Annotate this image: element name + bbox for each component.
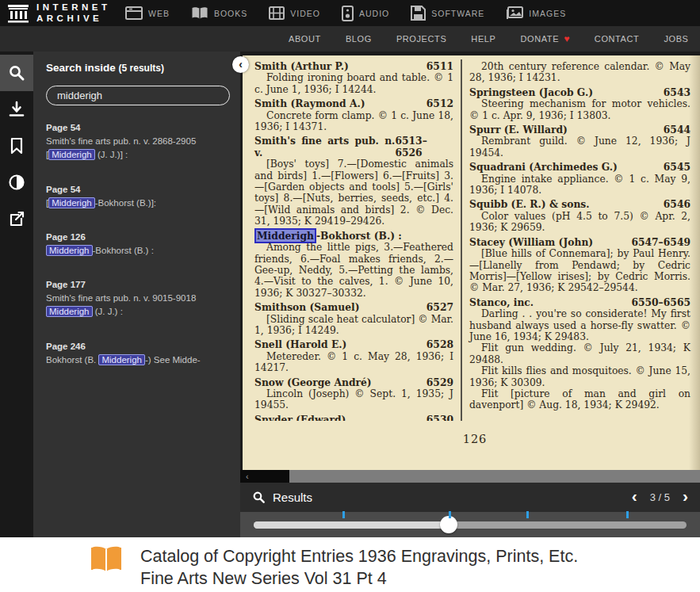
nav-link-blog[interactable]: BLOG <box>346 34 372 44</box>
results-count: (5 results) <box>119 63 164 74</box>
entry-number: 6513–6526 <box>395 136 453 159</box>
page-number: 126 <box>250 433 700 445</box>
catalog-entry: Smith's fine arts pub. n. v.6513–6526[Bo… <box>254 136 453 227</box>
nav-link-projects[interactable]: PROJECTS <box>396 34 446 44</box>
nav-link-donate[interactable]: DONATE♥ <box>521 33 570 44</box>
contrast-tool-button[interactable] <box>0 164 33 201</box>
media-nav-web[interactable]: WEB <box>125 6 170 20</box>
chevron-left-icon: ‹ <box>246 472 249 481</box>
result-page-label: Page 126 <box>46 232 232 242</box>
media-nav-books[interactable]: BOOKS <box>191 6 247 20</box>
catalog-entry: Smithson (Samuel)6527[Sliding scale heat… <box>254 302 453 336</box>
collapse-panel-button[interactable]: ‹ <box>232 56 249 73</box>
entry-name: Smith's fine arts pub. n. v. <box>254 136 395 159</box>
entry-name: Stacey (William (John) <box>469 237 593 248</box>
entry-text: Folding ironing board and table. © 1 c. … <box>254 72 453 95</box>
entry-heading: Snyder (Edward)6530 <box>254 414 453 421</box>
nav-link-jobs[interactable]: JOBS <box>664 34 688 44</box>
match-highlight: Midderigh <box>98 354 145 365</box>
panel-title: Search inside (5 results) <box>46 62 232 74</box>
web-icon <box>125 6 143 20</box>
nav-link-help[interactable]: HELP <box>471 34 495 44</box>
entry-number: 6550–6565 <box>631 297 690 308</box>
bookmark-icon <box>9 137 25 155</box>
search-result-item[interactable]: Page 177Smith's fine arts pub. n. v. 901… <box>46 280 232 319</box>
search-results-list: Page 54Smith's fine arts pub. n. v. 2868… <box>46 123 232 367</box>
entry-name: Squadrani (Archimedes G.) <box>469 162 618 173</box>
entry-heading: Smith (Raymond A.)6512 <box>254 98 453 109</box>
search-input[interactable] <box>46 86 230 105</box>
tool-rail <box>0 52 33 537</box>
media-nav-label: IMAGES <box>529 9 566 18</box>
result-page-label: Page 177 <box>46 280 232 289</box>
entry-name: Midderigh-Bokhorst (B.) : <box>254 231 402 242</box>
entry-number: 6527 <box>427 302 453 313</box>
entry-heading: Stanco, inc.6550–6565 <box>469 297 690 308</box>
share-tool-button[interactable] <box>0 201 33 237</box>
horizontal-scrollbar[interactable]: ‹ <box>240 470 700 483</box>
search-tool-button[interactable] <box>0 55 33 91</box>
entry-heading: Snell (Harold E.)6528 <box>254 339 453 350</box>
search-result-item[interactable]: Page 126Midderigh-Bokhorst (B.) : <box>46 232 232 258</box>
result-page-label: Page 54 <box>46 123 232 132</box>
nav-link-label: HELP <box>471 34 495 44</box>
entry-text: Steering mechanism for motor vehicles. ©… <box>469 98 690 121</box>
result-page-tick <box>342 511 345 518</box>
entry-name: Smithson (Samuel) <box>254 302 359 313</box>
entry-name: Snow (George André) <box>254 377 372 388</box>
book-page: Smith (Arthur P.)6511Folding ironing boa… <box>240 52 700 470</box>
entry-text: [Boys' toys] 7.—[Domestic animals and bi… <box>254 159 453 227</box>
page-slider-thumb[interactable] <box>440 516 457 533</box>
page-columns: Smith (Arthur P.)6511Folding ironing boa… <box>250 59 700 421</box>
horizontal-scrollbar-thumb[interactable]: ‹ <box>240 470 289 483</box>
catalog-entry: Stanco, inc.6550–6565Darling . . you're … <box>469 297 690 411</box>
search-result-item[interactable]: Page 54[Midderigh-Bokhorst (B.)]: <box>46 185 232 210</box>
entry-heading: Smithson (Samuel)6527 <box>254 302 453 313</box>
nav-link-label: JOBS <box>664 34 688 44</box>
media-nav-label: WEB <box>148 9 170 18</box>
match-highlight: Midderigh <box>48 149 95 160</box>
nav-link-about[interactable]: ABOUT <box>289 34 321 44</box>
download-icon <box>8 101 25 118</box>
book-viewer: Smith (Arthur P.)6511Folding ironing boa… <box>240 52 700 537</box>
entry-number: 6530 <box>427 414 453 421</box>
catalog-entry: Snyder (Edward)6530Bended knees. © May 5… <box>254 414 453 421</box>
entry-text: Flit gun wedding. © July 21, 1934; K 294… <box>469 342 690 365</box>
result-page-label: Page 246 <box>46 342 232 351</box>
previous-result-button[interactable]: ‹ <box>632 487 637 504</box>
page-slider-track[interactable] <box>254 521 687 529</box>
media-nav-images[interactable]: IMAGES <box>506 6 566 21</box>
result-snippet: Smith's fine arts pub. n. v. 9015-9018 M… <box>46 292 232 319</box>
entry-name: Smith (Arthur P.) <box>254 61 349 72</box>
catalog-entry: 20th century reference calendar. © May 2… <box>469 61 690 84</box>
entry-name: Spurr (E. Willard) <box>469 124 568 136</box>
search-result-item[interactable]: Page 54Smith's fine arts pub. n. v. 2868… <box>46 123 232 162</box>
download-tool-button[interactable] <box>0 91 33 128</box>
nav-link-contact[interactable]: CONTACT <box>595 34 640 44</box>
search-result-item[interactable]: Page 246Bokhorst (B. Midderigh-) See Mid… <box>46 342 232 367</box>
catalog-entry: Smith (Arthur P.)6511Folding ironing boa… <box>254 61 453 95</box>
catalog-entry: Snow (George André)6529Lincoln (Joseph) … <box>254 377 453 411</box>
entry-number: 6545 <box>664 162 690 173</box>
entry-text: Darling . . you're so considerate! My fi… <box>469 308 690 342</box>
catalog-entry: Snell (Harold E.)6528Metereder. © 1 c. M… <box>254 339 453 373</box>
entry-heading: Stacey (William (John)6547–6549 <box>469 237 690 248</box>
results-label: Results <box>273 491 312 504</box>
media-nav-software[interactable]: SOFTWARE <box>411 6 484 21</box>
entry-text: Among the little pigs, 3.—Feathered frie… <box>254 242 453 299</box>
result-page-label: Page 54 <box>46 185 232 194</box>
books-icon <box>191 6 208 20</box>
media-nav-audio[interactable]: AUDIO <box>342 6 389 21</box>
next-result-button[interactable]: › <box>683 487 688 504</box>
entry-text: [Blue hills of Connemara]; by Paul Henry… <box>469 248 690 294</box>
catalog-entry: Squibb (E. R.) & sons.6546Color values (… <box>469 199 690 233</box>
catalog-entry: Springsteen (Jacob G.)6543Steering mecha… <box>469 87 690 121</box>
internet-archive-logo[interactable]: INTERNET ARCHIVE <box>0 2 125 25</box>
bookmark-tool-button[interactable] <box>0 128 33 164</box>
match-highlight: Midderigh <box>48 197 95 208</box>
search-inside-panel: Search inside (5 results) ‹ Page 54Smith… <box>33 52 240 537</box>
media-nav-video[interactable]: VIDEO <box>269 6 320 20</box>
result-page-tick <box>626 511 629 518</box>
entry-name: Snell (Harold E.) <box>254 339 346 350</box>
result-page-tick <box>526 511 529 518</box>
